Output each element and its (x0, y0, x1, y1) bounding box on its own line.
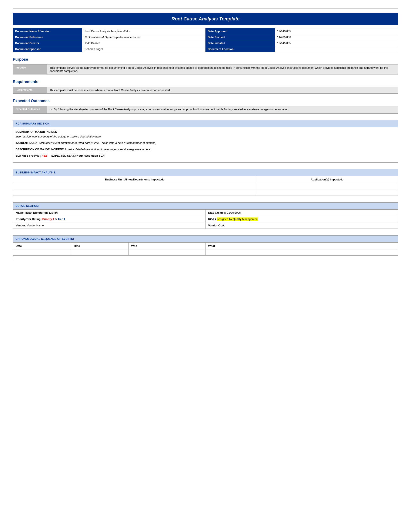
vendor-ola-cell: Vendor OLA: (206, 222, 398, 229)
magic-ticket-cell: Magic Ticket Number(s): 123456 (13, 209, 206, 216)
rca-value: Assigned by Quality Management (217, 218, 258, 221)
date-created-cell: Date Created: 11/30/2005 (206, 209, 398, 216)
chron-row1-time (71, 249, 129, 255)
doc-value-2: Todd Baskett (82, 40, 206, 46)
impact-table: Business Units/Sites/Departments Impacte… (13, 176, 398, 196)
doc-right-value-0: 12/14/2005 (275, 28, 398, 34)
vendor-cell: Vendor: Vendor Name (13, 222, 206, 229)
purpose-content: This template serves as the approved for… (47, 65, 398, 75)
incident-label: INCIDENT DURATION: (16, 141, 45, 144)
doc-info-table: Document Name & Version Root Cause Analy… (13, 28, 398, 52)
priority-label: Priority/Tier Rating: (16, 218, 41, 221)
incident-text: Insert event duration here (start date &… (46, 141, 156, 144)
purpose-table: Purpose This template serves as the appr… (13, 64, 398, 75)
chron-col-date: Date (13, 243, 71, 249)
chronological-table: DateTimeWhoWhat (13, 242, 398, 255)
doc-right-label-0: Date Approved (206, 28, 275, 34)
doc-right-label-1: Date Revised (206, 34, 275, 40)
sla-label: SLA MISS (Yes/No): (16, 154, 41, 157)
chronological-header: CHRONOLOGICAL SEQUENCE OF EVENTS: (13, 236, 398, 242)
doc-value-3: Deborah Yogel (82, 46, 206, 52)
date-created-label: Date Created: (208, 211, 226, 214)
doc-right-value-2: 12/14/2005 (275, 40, 398, 46)
requirements-table: Requirements This template must be used … (13, 87, 398, 94)
detail-section-header: DETAIL SECTION: (13, 203, 398, 209)
priority-cell: Priority/Tier Rating: Priority 1 & Tier-… (13, 216, 206, 222)
chron-col-time: Time (71, 243, 129, 249)
impact-col1: Business Units/Sites/Departments Impacte… (13, 176, 256, 183)
business-impact-section: BUSINESS IMPACT ANALYSIS: Business Units… (13, 169, 398, 196)
rca-summary-body: SUMMARY OF MAJOR INCIDENT: Insert a high… (13, 127, 398, 162)
doc-label-3: Document Sponsor (13, 46, 82, 52)
expected-outcomes-heading: Expected Outcomes (13, 99, 398, 103)
tier-text: Tier-1 (58, 218, 65, 221)
doc-value-1: IS Downtimes & Systems performance issue… (82, 34, 206, 40)
expected-outcomes-table: Expected Outcomes By following the step-… (13, 106, 398, 114)
doc-info-row-2: Document Creator Todd Baskett Date Initi… (13, 40, 398, 46)
magic-label: Magic Ticket Number(s): (16, 211, 48, 214)
vendor-label: Vendor: (16, 224, 26, 227)
description-label: DESCRIPTION OF MAJOR INCIDENT: (16, 148, 64, 151)
date-created-value: 11/30/2005 (227, 211, 241, 214)
doc-label-1: Document Relevance (13, 34, 82, 40)
doc-right-label-2: Date Initiated (206, 40, 275, 46)
chron-row1-date (13, 249, 71, 255)
impact-row1-col1 (13, 183, 256, 190)
doc-info-row-1: Document Relevance IS Downtimes & System… (13, 34, 398, 40)
detail-table: Magic Ticket Number(s): 123456 Date Crea… (13, 209, 398, 229)
doc-right-value-3 (275, 46, 398, 52)
sla-yes: YES (42, 154, 48, 157)
business-impact-header: BUSINESS IMPACT ANALYSIS: (13, 169, 398, 176)
expected-outcomes-content: By following the step-by-step process of… (47, 106, 398, 114)
summary-text: Insert a high-level summary of the outag… (16, 135, 102, 138)
requirements-heading: Requirements (13, 80, 398, 84)
chron-row1-what (206, 249, 398, 255)
doc-value-0: Root Cause Analysis Template v2.doc (82, 28, 206, 34)
rca-label: RCA # (208, 218, 216, 221)
doc-info-row-3: Document Sponsor Deborah Yogel Document … (13, 46, 398, 52)
sla-expected: EXPECTED SLA (3 Hour Resolution SLA) (51, 154, 105, 157)
magic-value: 123456 (48, 211, 58, 214)
summary-label: SUMMARY OF MAJOR INCIDENT: (16, 130, 60, 133)
purpose-label: Purpose (13, 65, 47, 75)
impact-row2-col2 (256, 190, 398, 196)
detail-section: DETAIL SECTION: Magic Ticket Number(s): … (13, 202, 398, 229)
chron-col-what: What (206, 243, 398, 249)
chron-row1-who (129, 249, 206, 255)
doc-label-2: Document Creator (13, 40, 82, 46)
bottom-border (13, 260, 398, 260)
requirements-content: This template must be used in cases wher… (47, 87, 398, 94)
expected-outcomes-bullet: By following the step-by-step process of… (54, 108, 395, 111)
impact-row1-col2 (256, 183, 398, 190)
page-title: Root Cause Analysis Template (13, 13, 398, 25)
purpose-heading: Purpose (13, 57, 398, 62)
doc-info-row-0: Document Name & Version Root Cause Analy… (13, 28, 398, 34)
vendor-value: Vendor Name (27, 224, 44, 227)
doc-label-0: Document Name & Version (13, 28, 82, 34)
chron-col-who: Who (129, 243, 206, 249)
doc-right-value-1: 11/28/2006 (275, 34, 398, 40)
description-text: Insert a detailed description of the out… (65, 148, 151, 151)
chronological-section: CHRONOLOGICAL SEQUENCE OF EVENTS: DateTi… (13, 235, 398, 256)
vendor-ola-label: Vendor OLA: (208, 224, 225, 227)
impact-row2-col1 (13, 190, 256, 196)
top-border (13, 9, 398, 9)
doc-right-label-3: Document Location (206, 46, 275, 52)
rca-summary-section: RCA SUMMARY SECTION: SUMMARY OF MAJOR IN… (13, 120, 398, 162)
requirements-label: Requirements (13, 87, 47, 94)
expected-outcomes-label: Expected Outcomes (13, 106, 47, 114)
priority-text: Priority 1 (42, 218, 54, 221)
rca-summary-header: RCA SUMMARY SECTION: (13, 120, 398, 127)
impact-col2: Application(s) Impacted: (256, 176, 398, 183)
rca-cell: RCA # Assigned by Quality Management (206, 216, 398, 222)
